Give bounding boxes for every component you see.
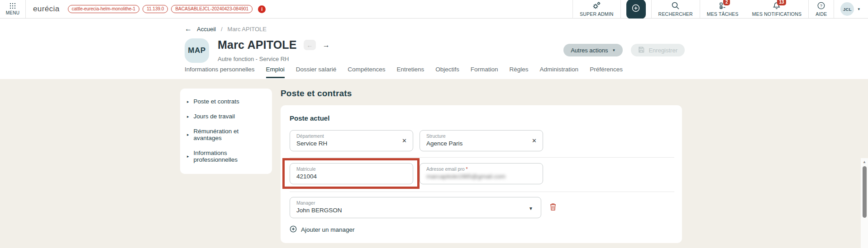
matricule-value: 421004 (296, 173, 399, 180)
tab-entretiens[interactable]: Entretiens (396, 66, 424, 78)
sidebar-item-label: Rémunération et avantages (194, 128, 267, 141)
tasks-icon: 2 (719, 1, 726, 10)
employee-avatar: MAP (185, 38, 209, 63)
top-bar: MENU eurécia cattle-eurecia-helm-monolit… (0, 0, 868, 19)
tab-regles[interactable]: Règles (510, 66, 529, 78)
structure-label: Structure (426, 133, 529, 139)
tab-objectifs[interactable]: Objectifs (435, 66, 459, 78)
env-badge: cattle-eurecia-helm-monolithe-1 (68, 5, 140, 13)
env-badge: BACASABLEJCL-20240423-084901 (171, 5, 253, 13)
tab-competences[interactable]: Compétences (348, 66, 385, 78)
manager-select[interactable]: Manager John BERGSON ▼ (290, 197, 541, 218)
breadcrumb-current: Marc APITOLE (228, 26, 267, 33)
departement-value: Service RH (296, 140, 399, 147)
user-menu[interactable]: JCL ▾ (834, 0, 868, 18)
sidebar-item-label: Informations professionnelles (194, 150, 267, 163)
email-pro-label: Adresse email pro * (426, 166, 529, 172)
add-manager-label: Ajouter un manager (301, 226, 355, 233)
delete-manager-button[interactable] (549, 202, 557, 213)
notifications-label: MES NOTIFICATIONS (752, 11, 801, 17)
menu-label: MENU (6, 10, 20, 15)
required-asterisk: * (466, 166, 468, 172)
autres-actions-label: Autres actions (571, 47, 608, 54)
next-employee-button[interactable]: → (323, 41, 330, 49)
plus-circle-icon (290, 225, 297, 234)
search-label: RECHERCHER (658, 11, 693, 17)
bell-icon: 13 (773, 1, 781, 10)
structure-value: Agence Paris (426, 140, 529, 147)
save-button[interactable]: Enregistrer (631, 44, 685, 56)
tasks-count-badge: 2 (723, 0, 730, 5)
help-label: AIDE (816, 11, 827, 17)
sidebar-item-poste-et-contrats[interactable]: ▸ Poste et contrats (187, 98, 267, 105)
tab-dossier-salarie[interactable]: Dossier salarié (296, 66, 336, 78)
section-sidebar: ▸ Poste et contrats ▸ Jours de travail ▸… (180, 89, 272, 174)
save-icon (638, 47, 644, 54)
search-icon (671, 1, 680, 10)
chevron-right-icon: ▸ (187, 99, 189, 104)
form-row-2: Matricule 421004 Adresse email pro * mar… (290, 163, 673, 184)
help-button[interactable]: ? AIDE (809, 0, 834, 18)
tab-informations-personnelles[interactable]: Informations personnelles (185, 66, 255, 78)
clear-icon[interactable]: ✕ (532, 138, 537, 144)
content-area: ▸ Poste et contrats ▸ Jours de travail ▸… (0, 79, 868, 248)
vertical-scrollbar[interactable]: ▲ (861, 158, 868, 248)
info-icon[interactable]: i (258, 5, 266, 13)
tab-emploi[interactable]: Emploi (266, 66, 285, 78)
tab-administration[interactable]: Administration (540, 66, 579, 78)
main-column: Poste et contrats Poste actuel Départeme… (281, 89, 682, 243)
header-actions: Autres actions ▼ Enregistrer (563, 44, 685, 56)
chevron-down-icon: ▼ (529, 206, 533, 211)
email-pro-value-redacted: marcapitole1985@gmail.com (426, 173, 529, 180)
departement-label: Département (296, 133, 399, 139)
poste-actuel-card: Poste actuel Département Service RH ✕ St… (281, 105, 682, 243)
tab-formation[interactable]: Formation (471, 66, 498, 78)
breadcrumb-home-link[interactable]: Accueil (197, 26, 216, 33)
notifications-button[interactable]: 13 MES NOTIFICATIONS (745, 0, 808, 18)
card-title: Poste actuel (290, 114, 673, 122)
super-admin-button[interactable]: SUPER ADMIN (573, 0, 620, 18)
search-button[interactable]: RECHERCHER (652, 0, 700, 18)
quick-add-section (621, 0, 651, 18)
help-icon: ? (817, 1, 825, 10)
user-avatar: JCL (840, 2, 854, 16)
divider (290, 192, 674, 192)
divider (290, 157, 674, 158)
tab-preferences[interactable]: Préférences (590, 66, 623, 78)
sidebar-item-jours-de-travail[interactable]: ▸ Jours de travail (187, 113, 267, 120)
quick-add-button[interactable] (626, 0, 646, 19)
chevron-right-icon: ▸ (187, 114, 189, 119)
sidebar-item-informations-professionnelles[interactable]: ▸ Informations professionnelles (187, 150, 267, 163)
form-row-3: Manager John BERGSON ▼ (290, 197, 673, 218)
chevron-right-icon: ▸ (187, 132, 189, 137)
email-pro-field[interactable]: Adresse email pro * marcapitole1985@gmai… (420, 163, 543, 184)
breadcrumb-separator: / (221, 26, 223, 33)
eurecia-logo[interactable]: eurécia (33, 0, 60, 18)
menu-button[interactable]: MENU (0, 0, 25, 18)
matricule-wrap: Matricule 421004 (290, 163, 413, 184)
tasks-label: MES TÂCHES (707, 11, 739, 17)
tasks-button[interactable]: 2 MES TÂCHES (700, 0, 745, 18)
chevron-right-icon: ▸ (187, 154, 189, 159)
previous-employee-button[interactable]: ← (304, 40, 316, 50)
structure-field[interactable]: Structure Agence Paris ✕ (420, 130, 543, 151)
autres-actions-button[interactable]: Autres actions ▼ (563, 44, 623, 56)
scrollbar-thumb[interactable] (863, 166, 867, 218)
back-arrow-icon[interactable]: ← (185, 25, 192, 33)
notifications-count-badge: 13 (777, 0, 786, 5)
departement-field[interactable]: Département Service RH ✕ (290, 130, 413, 151)
super-admin-label: SUPER ADMIN (580, 11, 614, 17)
clear-icon[interactable]: ✕ (402, 138, 407, 144)
add-manager-link[interactable]: Ajouter un manager (290, 225, 355, 234)
profile-tabs: Informations personnelles Emploi Dossier… (185, 66, 868, 78)
sidebar-item-label: Jours de travail (194, 113, 235, 120)
gears-icon (592, 1, 601, 10)
scroll-up-arrow[interactable]: ▲ (861, 158, 868, 164)
env-badge: 11.139.0 (143, 5, 168, 13)
topbar-spacer (266, 0, 572, 18)
matricule-label: Matricule (296, 166, 399, 172)
matricule-field[interactable]: Matricule 421004 (290, 163, 413, 184)
page-title: Marc APITOLE (218, 38, 297, 51)
sidebar-item-remuneration-et-avantages[interactable]: ▸ Rémunération et avantages (187, 128, 267, 141)
manager-label: Manager (296, 200, 527, 206)
